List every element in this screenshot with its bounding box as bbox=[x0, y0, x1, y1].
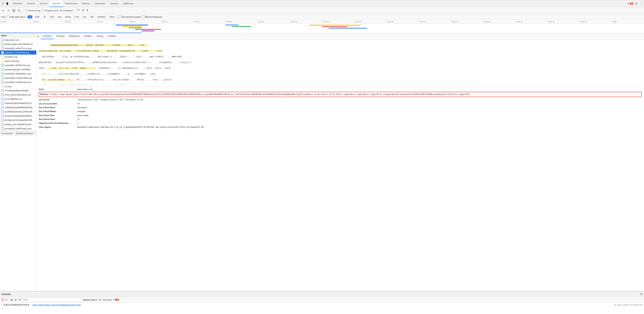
file-item-14[interactable]: PCtm_d9c8750bed0b3c7d0... bbox=[0, 93, 36, 97]
download-icon[interactable] bbox=[86, 9, 89, 12]
settings-button[interactable]: ⚙ bbox=[634, 2, 638, 6]
file-item-20[interactable]: b219ebc4b74543a9e89574f5 bbox=[0, 118, 36, 122]
file-item-10[interactable]: jingyan@2x-e53eac48cb.png bbox=[0, 76, 36, 80]
search-button[interactable] bbox=[17, 9, 21, 12]
file-item-1[interactable]: www.baidu.com bbox=[0, 38, 36, 42]
disable-cache-input[interactable] bbox=[42, 9, 44, 12]
refresh-button[interactable]: ↺ bbox=[6, 9, 10, 12]
has-blocked-cookies-input[interactable] bbox=[118, 16, 121, 18]
preserve-log-input[interactable] bbox=[25, 9, 28, 12]
filter-ws-button[interactable]: WS bbox=[89, 15, 95, 18]
tab-icons: ⊡ 📱 bbox=[1, 2, 9, 6]
file-item-8[interactable]: baobazhidao@2x-af409f9d... bbox=[0, 67, 36, 72]
blocked-requests-input[interactable] bbox=[142, 16, 145, 18]
file-item-16[interactable]: 242dd42a2834349bbf22f71d. bbox=[0, 101, 36, 105]
console-close-button[interactable]: ✕ bbox=[640, 292, 642, 296]
more-button[interactable]: ⋮ bbox=[640, 2, 643, 6]
filter-media-button[interactable]: Media bbox=[64, 15, 72, 18]
filter-img-button[interactable]: Img bbox=[56, 15, 62, 18]
filter-other-button[interactable]: Other bbox=[108, 15, 116, 18]
file-item-19[interactable]: d31b0ef41bd5ad6ef8e88955. bbox=[0, 114, 36, 118]
file-icon-19 bbox=[1, 114, 4, 117]
preserve-log-checkbox[interactable]: Preserve log bbox=[25, 9, 40, 12]
tab-security[interactable]: Security bbox=[108, 0, 120, 7]
sec-fetch-mode-label: Sec-Fetch-Mode: bbox=[39, 110, 77, 113]
file-item-9[interactable]: wenku@2x-f3aba893c1.png bbox=[0, 72, 36, 76]
file-item-2[interactable]: baiduyun@2x-e0be79e69e.pn bbox=[0, 42, 36, 46]
file-item-15[interactable]: init-313ff8c90a.css bbox=[0, 97, 36, 101]
tab-right-actions: ✕ 18 ⚙ ⋮ bbox=[627, 2, 643, 6]
upgrade-value: 1 bbox=[77, 121, 642, 125]
console-eye-button[interactable]: 👁 bbox=[18, 298, 21, 301]
filter-js-button[interactable]: JS bbox=[42, 15, 47, 18]
wifi-icon[interactable] bbox=[77, 9, 80, 12]
file-icon-12 bbox=[1, 85, 4, 88]
file-item-5[interactable]: result@2.png bbox=[0, 55, 36, 59]
host-label: Host: bbox=[39, 88, 77, 91]
record-button[interactable]: ● bbox=[1, 9, 5, 12]
tab-performance[interactable]: Performance bbox=[63, 0, 80, 7]
transferred-size: 338 kB transferred bbox=[16, 132, 33, 134]
devtools-icon[interactable]: ⊡ bbox=[1, 2, 4, 6]
file-item-13[interactable]: 7f7cafdbeddd6aecfb6deff bbox=[0, 88, 36, 93]
file-item-3[interactable]: zhidao@2x-e9b427ecc4.png bbox=[0, 46, 36, 50]
throttling-select[interactable]: No throttling ▾ bbox=[60, 9, 73, 12]
sub-tab-headers[interactable]: Headers bbox=[41, 33, 54, 39]
file-item-11[interactable]: yinyue@2x-c18adacacb.png bbox=[0, 80, 36, 84]
console-stop-button[interactable]: ⊘ bbox=[5, 298, 8, 301]
device-icon[interactable]: 📱 bbox=[5, 2, 9, 6]
filter-doc-button[interactable]: Doc bbox=[81, 15, 88, 18]
tab-sources[interactable]: Sources bbox=[37, 0, 50, 7]
sub-tabs-bar: ✕ Headers Preview Response Initiator Tim… bbox=[36, 33, 644, 39]
file-item-18[interactable]: ac345982b2b7d0a27596134f bbox=[0, 110, 36, 114]
file-item-7[interactable]: tupian@2x-482fc011fc.png bbox=[0, 63, 36, 67]
svg-line-4 bbox=[20, 11, 20, 12]
tab-memory[interactable]: Memory bbox=[80, 0, 92, 7]
sub-tab-cookies[interactable]: Cookies bbox=[105, 33, 118, 39]
has-blocked-cookies-checkbox[interactable]: Has blocked cookies bbox=[118, 16, 141, 18]
upload-icon[interactable] bbox=[82, 9, 84, 12]
file-item-12[interactable]: a1.png bbox=[0, 84, 36, 88]
sec-ch-ua-mobile-row: sec-ch-ua-mobile: ?0 bbox=[39, 102, 642, 105]
tick-16: 1600 ms bbox=[483, 20, 515, 24]
console-levels-select[interactable]: Default levels ▾ bbox=[81, 298, 102, 302]
file-item-6[interactable]: peak-result.png bbox=[0, 59, 36, 63]
sub-tab-preview[interactable]: Preview bbox=[54, 33, 67, 39]
filter-css-button[interactable]: CSS bbox=[48, 15, 55, 18]
console-context-select[interactable]: top bbox=[9, 298, 18, 302]
console-clear-button[interactable]: 🚫 bbox=[1, 298, 4, 301]
file-icon-15 bbox=[1, 98, 4, 100]
file-item-21[interactable]: loading_new-f4a658cef0.gif?. bbox=[0, 122, 36, 126]
request-count: 74 requests bbox=[2, 132, 12, 134]
clear-button[interactable] bbox=[12, 9, 16, 12]
console-issues-count: 18 bbox=[115, 299, 119, 301]
tick-19: 1900 ms bbox=[580, 20, 612, 24]
console-filter-input[interactable] bbox=[22, 298, 80, 302]
tab-elements[interactable]: Elements bbox=[11, 0, 24, 7]
filter-font-button[interactable]: Font bbox=[73, 15, 80, 18]
tab-application[interactable]: Application bbox=[92, 0, 108, 7]
filter-xhr-button[interactable]: XHR bbox=[34, 15, 41, 18]
sec-fetch-user-row: Sec-Fetch-User: ?1 bbox=[39, 118, 642, 121]
console-baidu-link[interactable]: https://talent.baidu.com/external/baidu/… bbox=[32, 303, 80, 307]
sub-tab-timing[interactable]: Timing bbox=[94, 33, 105, 39]
hide-data-urls-input[interactable] bbox=[7, 16, 10, 18]
tab-network[interactable]: Network bbox=[50, 0, 62, 7]
tab-console[interactable]: Console bbox=[24, 0, 37, 7]
waterfall-bar-3 bbox=[129, 28, 142, 28]
file-item-4[interactable]: baike@2x-1fe3db7fa6.png bbox=[0, 50, 36, 55]
waterfall-bar-9 bbox=[322, 26, 348, 27]
file-item-22[interactable]: grcnda@2x-daf987ad02.png bbox=[0, 126, 36, 131]
tab-lighthouse[interactable]: Lighthouse bbox=[120, 0, 136, 7]
disable-cache-checkbox[interactable]: Disable cache bbox=[42, 9, 58, 12]
svg-rect-8 bbox=[87, 9, 88, 10]
file-item-17[interactable]: 72f082025aafa40f8982b8298. bbox=[0, 105, 36, 110]
hide-data-urls-checkbox[interactable]: Hide data URLs bbox=[7, 16, 25, 18]
filter-all-button[interactable]: All bbox=[28, 15, 32, 18]
blocked-requests-checkbox[interactable]: Blocked Requests bbox=[142, 16, 162, 18]
sub-tab-response[interactable]: Response bbox=[67, 33, 82, 39]
sub-tab-initiator[interactable]: Initiator bbox=[82, 33, 94, 39]
filter-manifest-button[interactable]: Manifest bbox=[96, 15, 107, 18]
sub-tab-close-button[interactable]: ✕ bbox=[37, 35, 40, 38]
file-icon-8 bbox=[1, 68, 4, 71]
